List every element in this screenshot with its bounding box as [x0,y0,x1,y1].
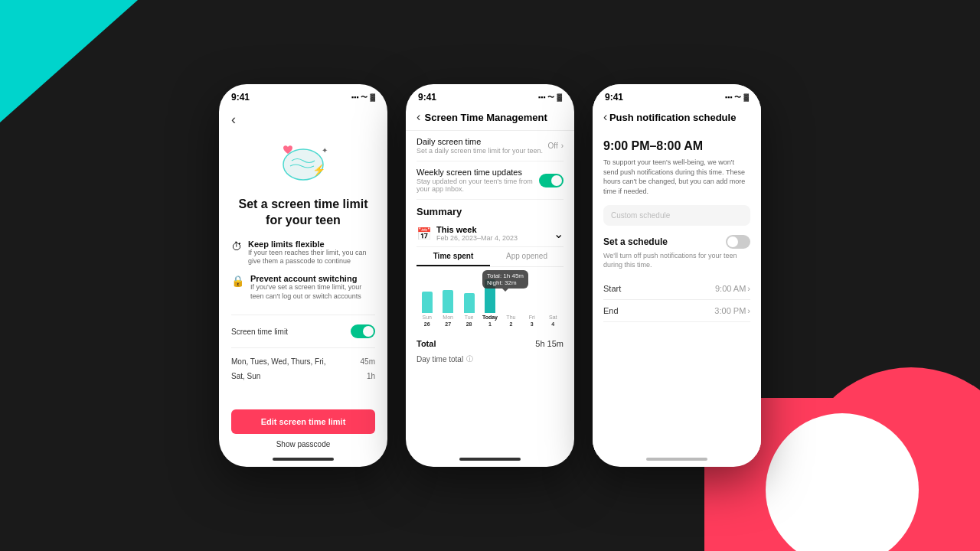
screen-time-limit-label: Screen time limit [231,328,288,336]
lock-icon: 🔒 [231,275,244,287]
phone-push-notification: 9:41 ▪▪▪ 〜 ▓ ‹ Push notification schedul… [593,84,761,467]
tooltip-total: Total: 1h 45m [487,272,524,279]
tooltip-night: Night: 32m [487,279,524,286]
chevron-right-icon: › [561,142,564,150]
chevron-down-icon: ⌄ [554,227,564,241]
divider-1 [231,315,375,315]
daily-screen-time-row[interactable]: Daily screen time Set a daily screen tim… [416,131,564,161]
feature-keep-limits: ⏱ Keep limits flexible If your teen reac… [231,240,375,266]
wifi-icon: 〜 [361,93,368,103]
start-value: 9:00 AM › [715,284,750,293]
status-bar-2: 9:41 ▪▪▪ 〜 ▓ [406,84,574,106]
bar-chart: Total: 1h 45m Night: 32m Sun 26 [416,270,564,331]
total-section: Total 5h 15m Day time total ⓘ [416,331,564,369]
svg-text:⚡: ⚡ [312,164,326,177]
daily-sub: Set a daily screen time limit for your t… [416,147,543,155]
weekly-sub: Stay updated on your teen's time from yo… [416,178,539,193]
weekly-toggle[interactable] [539,174,564,187]
signal-icon-2: ▪▪▪ [538,93,546,101]
bar-mon: Mon 27 [439,273,456,327]
end-label: End [603,306,619,315]
push-time-range: 9:00 PM–8:00 AM [603,139,750,153]
bar-sun: Sun 26 [418,273,436,327]
schedule-weekend-label: Sat, Sun [231,372,260,380]
status-bar-1: 9:41 ▪▪▪ 〜 ▓ [219,84,387,106]
feature2-title: Prevent account switching [250,274,375,283]
tab-app-opened[interactable]: App opened [490,247,564,266]
bar-tue: Tue 28 [460,273,478,327]
total-label: Total [416,339,436,348]
phone3-nav-title: Push notification schedule [607,112,738,123]
home-indicator-1 [273,458,334,461]
daytime-label: Day time total [416,355,463,364]
screen-time-limit-row: Screen time limit [231,321,375,341]
phone-screen-time-limit: 9:41 ▪▪▪ 〜 ▓ ‹ ✦ [219,84,387,467]
tab-time-spent[interactable]: Time spent [416,247,490,266]
phone3-content: ‹ Push notification schedule 9:00 PM–8:0… [593,106,761,455]
status-time-1: 9:41 [231,92,250,103]
show-passcode-btn[interactable]: Show passcode [270,434,337,455]
bar-sat: Sat 4 [544,273,562,327]
phone2-scroll: Daily screen time Set a daily screen tim… [406,131,574,455]
phone2-navbar: ‹ Screen Time Management [406,106,574,131]
wifi-icon-2: 〜 [547,93,554,103]
battery-icon-2: ▓ [557,93,562,101]
feature-prevent-switching: 🔒 Prevent account switching If you've se… [231,274,375,301]
set-schedule-label: Set a schedule [603,236,668,247]
daytime-row: Day time total ⓘ [416,351,564,364]
feature1-title: Keep limits flexible [248,240,375,249]
phone1-content: ‹ ✦ ⚡ Set a screen time limit for [219,106,387,455]
phone3-main: 9:00 PM–8:00 AM To support your teen's w… [593,130,761,455]
schedule-weekdays-label: Mon, Tues, Wed, Thurs, Fri, [231,357,326,366]
phone1-main-title: Set a screen time limit for your teen [231,197,375,229]
chevron-right-start: › [747,284,750,293]
weekly-label: Weekly screen time updates [416,168,539,177]
chevron-right-end: › [747,306,750,315]
wifi-icon-3: 〜 [734,93,741,103]
schedule-weekdays-value: 45m [361,357,375,366]
signal-icon: ▪▪▪ [351,93,359,101]
edit-screen-time-btn[interactable]: Edit screen time limit [231,409,375,434]
schedule-weekdays-row: Mon, Tues, Wed, Thurs, Fri, 45m [231,354,375,369]
start-time-row[interactable]: Start 9:00 AM › [603,278,750,300]
total-row: Total 5h 15m [416,336,564,351]
status-icons-3: ▪▪▪ 〜 ▓ [725,93,749,103]
status-bar-3: 9:41 ▪▪▪ 〜 ▓ [593,84,761,106]
schedule-weekend-value: 1h [367,372,375,380]
phone2-content: ‹ Screen Time Management Daily screen ti… [406,106,574,455]
phone2-nav-title: Screen Time Management [420,112,551,123]
home-indicator-2 [459,458,521,461]
brain-illustration: ✦ ⚡ [265,134,341,187]
set-schedule-row: Set a schedule [603,235,750,249]
set-schedule-desc: We'll turn off push notifications for yo… [603,252,750,269]
chart-tooltip: Total: 1h 45m Night: 32m [482,270,528,289]
custom-schedule-placeholder: Custom schedule [611,211,670,220]
phone-screen-time-management: 9:41 ▪▪▪ 〜 ▓ ‹ Screen Time Management Da… [406,84,574,467]
week-label: This week [436,225,518,234]
bg-cyan-triangle [0,0,138,122]
status-time-3: 9:41 [605,92,623,103]
end-time-row[interactable]: End 3:00 PM › [603,300,750,322]
bars-container: Sun 26 Mon 27 [416,282,564,327]
home-indicator-3 [646,458,707,461]
push-description: To support your teen's well-being, we wo… [603,158,750,196]
daily-label: Daily screen time [416,137,543,146]
daily-value: Off [548,142,558,150]
end-value: 3:00 PM › [714,306,750,315]
info-icon: ⓘ [466,354,473,364]
phone3-navbar: ‹ Push notification schedule [593,106,761,130]
back-arrow-1[interactable]: ‹ [231,112,236,128]
clock-icon: ⏱ [231,240,242,253]
schedule-weekend-row: Sat, Sun 1h [231,369,375,383]
screen-time-toggle[interactable] [351,324,375,338]
svg-text:✦: ✦ [322,146,328,155]
status-icons-2: ▪▪▪ 〜 ▓ [538,93,562,103]
status-icons-1: ▪▪▪ 〜 ▓ [351,93,375,103]
set-schedule-toggle[interactable] [726,235,750,249]
week-selector[interactable]: 📅 This week Feb 26, 2023–Mar 4, 2023 ⌄ [416,220,564,247]
signal-icon-3: ▪▪▪ [725,93,733,101]
feature1-desc: If your teen reaches their limit, you ca… [248,249,375,266]
custom-schedule-field[interactable]: Custom schedule [603,205,750,226]
total-value: 5h 15m [535,339,564,348]
bar-sun-value [422,292,433,313]
